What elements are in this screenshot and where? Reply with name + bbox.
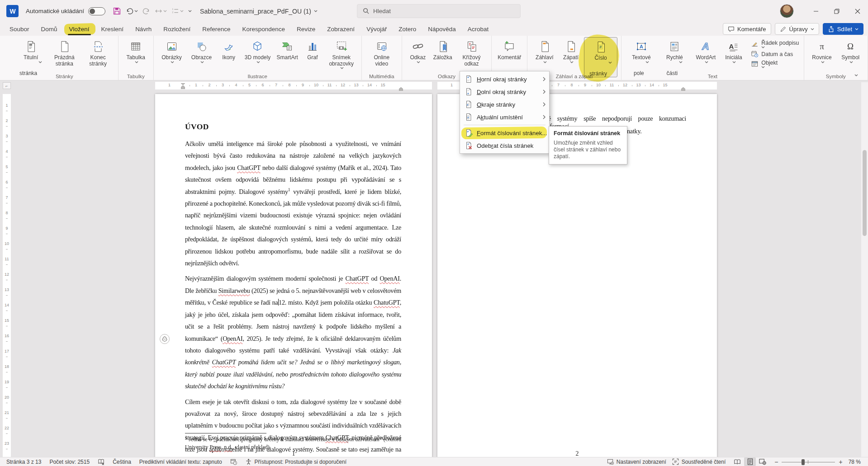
ribbon-button-rovnice[interactable]: πRovnice — [808, 37, 836, 76]
read-mode-view-button[interactable] — [731, 457, 743, 466]
undo-button[interactable] — [126, 7, 138, 15]
tab-zotero[interactable]: Zotero — [393, 22, 422, 36]
save-icon[interactable] — [113, 7, 121, 15]
display-settings-button[interactable]: Nastavení zobrazení — [607, 458, 666, 465]
web-layout-view-button[interactable] — [757, 457, 768, 466]
ribbon-button-wordart[interactable]: AWordArt — [692, 37, 720, 76]
ribbon-button-komentar[interactable]: Komentář — [495, 37, 523, 61]
search-input[interactable]: Hledat — [357, 4, 521, 18]
tab-reference[interactable]: Reference — [196, 22, 236, 36]
comments-button[interactable]: Komentáře — [723, 23, 771, 35]
ribbon-button-textove-pole[interactable]: ATextové pole — [625, 37, 657, 76]
restore-button[interactable] — [826, 0, 847, 22]
ribbon-button-online-video[interactable]: Online video — [365, 37, 398, 67]
zoom-level[interactable]: 78 % — [849, 459, 861, 465]
word-count[interactable]: Počet slov: 2515 — [49, 459, 90, 465]
zoom-slider[interactable] — [782, 459, 835, 465]
drop-cap-icon: A — [727, 39, 740, 53]
ribbon-button-datum-a-cas[interactable]: Datum a čas — [751, 50, 799, 58]
ribbon-button-objekt[interactable]: Objekt — [751, 60, 799, 68]
tab-vyvojar[interactable]: Vývojář — [360, 22, 393, 36]
editing-mode-button[interactable]: Úpravy — [775, 23, 819, 35]
tab-acrobat[interactable]: Acrobat — [462, 22, 495, 36]
scrollbar-thumb[interactable] — [863, 150, 867, 236]
tab-zobrazeni[interactable]: Zobrazení — [321, 22, 360, 36]
menu-separator — [464, 125, 545, 125]
zoom-in-button[interactable]: + — [839, 458, 842, 466]
language-indicator[interactable]: Čeština — [113, 459, 131, 465]
tab-domu[interactable]: Domů — [35, 22, 63, 36]
tab-vlozeni[interactable]: Vložení — [63, 22, 95, 36]
ribbon-button-cislo-stranky[interactable]: #Číslo stránky — [584, 37, 617, 77]
ribbon-button-titulni-stranka[interactable]: Titulní stránka — [14, 37, 47, 76]
tab-selector[interactable]: ⌐ — [3, 82, 11, 89]
menu-item-label: Dolní okraj stránky — [477, 89, 526, 95]
touch-mouse-mode-button[interactable] — [155, 7, 167, 15]
menu-item-horni-okraj-stranky[interactable]: #Horní okraj stránky — [460, 73, 549, 85]
predictive-text-indicator[interactable]: Prediktivní vkládání textu: zapnuto — [139, 459, 222, 465]
accessibility-checker[interactable]: Přístupnost: Prostudujte si doporučení — [245, 458, 346, 465]
share-button[interactable]: Sdílet — [823, 23, 863, 35]
footnote-text: 1 Jedná se o „počítačové programy určeny… — [185, 436, 401, 451]
date-time-icon — [751, 50, 759, 58]
menu-item-aktualni-umisteni[interactable]: #Aktuální umístění — [460, 111, 549, 123]
zoom-slider-thumb[interactable] — [802, 459, 805, 465]
zoom-out-button[interactable]: − — [774, 458, 778, 466]
menu-item-format-cislovani-stranek[interactable]: #Formát číslování stránek... — [460, 127, 549, 139]
document-page-1[interactable]: ÚVOD Ačkoliv umělá inteligence má široké… — [155, 94, 432, 458]
button-label: Tabulka — [124, 55, 147, 76]
proofing-errors-icon[interactable] — [98, 458, 104, 465]
ribbon-button-zalozka[interactable]: Záložka — [431, 37, 455, 61]
collapse-ribbon-button[interactable] — [854, 74, 858, 76]
ribbon-button-prazdna-stranka[interactable]: Prázdná stránka — [48, 37, 81, 67]
ribbon-button-ikony[interactable]: Ikony — [217, 37, 241, 61]
tab-napoveda[interactable]: Nápověda — [422, 22, 462, 36]
ribbon-button-symbol[interactable]: ΩSymbol — [837, 37, 864, 76]
horizontal-ruler[interactable]: 1123456789101112131415 — [155, 82, 432, 89]
print-layout-view-button[interactable] — [744, 457, 756, 466]
copilot-icon[interactable] — [159, 334, 170, 344]
ribbon-button-zahlavi[interactable]: Záhlaví — [531, 37, 558, 76]
numbering-button[interactable]: 12 — [171, 7, 184, 15]
vertical-scrollbar[interactable] — [861, 82, 868, 457]
ribbon-button-graf[interactable]: Graf — [301, 37, 324, 61]
document-paragraph[interactable]: Nejvýraznějším dialogovým systémem moder… — [185, 273, 401, 392]
ribbon-button-obrazce[interactable]: Obrazce — [187, 37, 216, 76]
ribbon-button-radek-podpisu[interactable]: Řádek podpisu — [751, 40, 799, 48]
menu-item-dolni-okraj-stranky[interactable]: #Dolní okraj stránky — [460, 85, 549, 98]
ribbon-button-odkaz[interactable]: Odkaz — [406, 37, 430, 76]
tab-revize[interactable]: Revize — [291, 22, 321, 36]
tab-navrh[interactable]: Návrh — [129, 22, 157, 36]
autosave-control[interactable]: Automatické ukládání — [26, 7, 105, 15]
tab-kresleni[interactable]: Kreslení — [95, 22, 130, 36]
ribbon-button-konec-stranky[interactable]: Konec stránky — [82, 37, 114, 67]
document-paragraph[interactable]: Ačkoliv umělá inteligence má široké pole… — [185, 138, 401, 269]
menu-item-odebrat-cisla-stranek[interactable]: #Odebrat čísla stránek — [460, 139, 549, 152]
ribbon-button-3d-modely[interactable]: 3D modely — [242, 37, 274, 76]
vertical-ruler[interactable]: 1234567891011121314151617181920212223 — [3, 94, 11, 457]
document-title[interactable]: Sablona_seminarni_prace_PdF_OU (1) — [200, 8, 318, 15]
ribbon-button-iniciala[interactable]: AIniciála — [721, 37, 746, 76]
ribbon-button-smartart[interactable]: SmartArt — [275, 37, 300, 61]
ribbon-button-obrazky[interactable]: Obrázky — [157, 37, 186, 76]
menu-item-okraje-stranky[interactable]: #Okraje stránky — [460, 98, 549, 111]
indent-markers[interactable] — [181, 83, 185, 91]
minimize-button[interactable] — [806, 0, 826, 22]
tab-rozlozeni[interactable]: Rozložení — [157, 22, 196, 36]
editor-history-icon[interactable] — [230, 458, 237, 465]
user-avatar[interactable] — [780, 4, 794, 18]
tab-korespondence[interactable]: Korespondence — [236, 22, 291, 36]
right-indent-marker[interactable] — [399, 85, 403, 93]
ribbon-button-rychle-casti[interactable]: Rychlé části — [659, 37, 691, 76]
focus-mode-button[interactable]: Soustředěné čtení — [672, 458, 726, 465]
ribbon-button-tabulka[interactable]: Tabulka — [122, 37, 150, 76]
close-button[interactable] — [847, 0, 868, 22]
right-indent-marker[interactable] — [681, 85, 685, 93]
qat-overflow-icon[interactable] — [188, 10, 192, 12]
ruler-number: 19 — [3, 380, 11, 384]
ribbon-button-krizovy-odkaz[interactable]: Křížový odkaz — [455, 37, 488, 67]
page-indicator[interactable]: Stránka 3 z 13 — [6, 459, 41, 465]
autosave-toggle[interactable] — [88, 7, 105, 15]
share-icon — [828, 26, 835, 33]
tab-soubor[interactable]: Soubor — [4, 22, 35, 36]
